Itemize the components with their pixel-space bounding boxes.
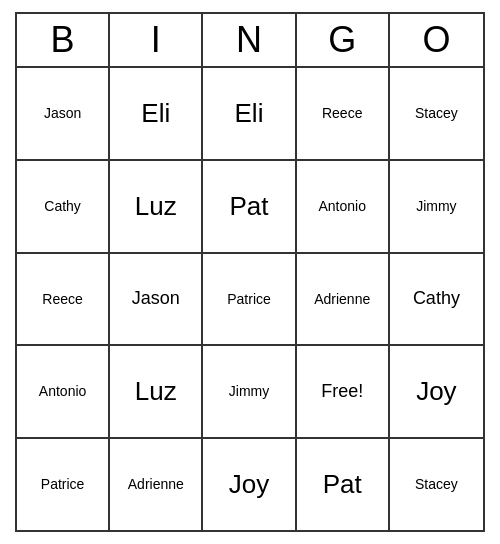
cell-text-1-1: Luz — [135, 191, 177, 222]
bingo-cell-4-1: Adrienne — [110, 439, 203, 530]
cell-text-3-3: Free! — [321, 381, 363, 403]
bingo-cell-4-3: Pat — [297, 439, 390, 530]
cell-text-4-2: Joy — [229, 469, 269, 500]
bingo-cell-1-0: Cathy — [17, 161, 110, 252]
cell-text-4-3: Pat — [323, 469, 362, 500]
cell-text-2-3: Adrienne — [314, 291, 370, 308]
bingo-card: BINGO JasonEliEliReeceStaceyCathyLuzPatA… — [15, 12, 485, 532]
bingo-cell-2-4: Cathy — [390, 254, 483, 345]
header-letter-n: N — [203, 14, 296, 66]
bingo-cell-3-0: Antonio — [17, 346, 110, 437]
cell-text-2-1: Jason — [132, 288, 180, 310]
bingo-cell-1-4: Jimmy — [390, 161, 483, 252]
cell-text-0-3: Reece — [322, 105, 362, 122]
bingo-cell-2-1: Jason — [110, 254, 203, 345]
bingo-row-3: AntonioLuzJimmyFree!Joy — [17, 346, 483, 439]
bingo-body: JasonEliEliReeceStaceyCathyLuzPatAntonio… — [17, 68, 483, 530]
cell-text-3-1: Luz — [135, 376, 177, 407]
bingo-cell-3-1: Luz — [110, 346, 203, 437]
cell-text-0-1: Eli — [141, 98, 170, 129]
bingo-cell-0-0: Jason — [17, 68, 110, 159]
bingo-cell-4-2: Joy — [203, 439, 296, 530]
bingo-cell-0-2: Eli — [203, 68, 296, 159]
header-letter-o: O — [390, 14, 483, 66]
bingo-cell-1-2: Pat — [203, 161, 296, 252]
bingo-cell-1-3: Antonio — [297, 161, 390, 252]
cell-text-3-4: Joy — [416, 376, 456, 407]
bingo-cell-2-0: Reece — [17, 254, 110, 345]
cell-text-4-4: Stacey — [415, 476, 458, 493]
cell-text-3-2: Jimmy — [229, 383, 269, 400]
cell-text-0-0: Jason — [44, 105, 81, 122]
cell-text-3-0: Antonio — [39, 383, 86, 400]
cell-text-0-4: Stacey — [415, 105, 458, 122]
cell-text-4-1: Adrienne — [128, 476, 184, 493]
bingo-cell-3-2: Jimmy — [203, 346, 296, 437]
cell-text-1-0: Cathy — [44, 198, 81, 215]
bingo-cell-2-2: Patrice — [203, 254, 296, 345]
header-letter-i: I — [110, 14, 203, 66]
cell-text-2-0: Reece — [42, 291, 82, 308]
bingo-cell-3-4: Joy — [390, 346, 483, 437]
bingo-row-4: PatriceAdrienneJoyPatStacey — [17, 439, 483, 530]
header-letter-b: B — [17, 14, 110, 66]
cell-text-1-2: Pat — [229, 191, 268, 222]
bingo-cell-1-1: Luz — [110, 161, 203, 252]
cell-text-2-4: Cathy — [413, 288, 460, 310]
bingo-cell-4-0: Patrice — [17, 439, 110, 530]
bingo-cell-0-3: Reece — [297, 68, 390, 159]
bingo-row-1: CathyLuzPatAntonioJimmy — [17, 161, 483, 254]
cell-text-1-3: Antonio — [318, 198, 365, 215]
bingo-cell-0-4: Stacey — [390, 68, 483, 159]
cell-text-1-4: Jimmy — [416, 198, 456, 215]
bingo-row-0: JasonEliEliReeceStacey — [17, 68, 483, 161]
bingo-cell-2-3: Adrienne — [297, 254, 390, 345]
cell-text-0-2: Eli — [235, 98, 264, 129]
bingo-cell-4-4: Stacey — [390, 439, 483, 530]
header-letter-g: G — [297, 14, 390, 66]
bingo-header: BINGO — [17, 14, 483, 68]
bingo-cell-3-3: Free! — [297, 346, 390, 437]
bingo-row-2: ReeceJasonPatriceAdrienneCathy — [17, 254, 483, 347]
bingo-cell-0-1: Eli — [110, 68, 203, 159]
cell-text-2-2: Patrice — [227, 291, 271, 308]
cell-text-4-0: Patrice — [41, 476, 85, 493]
